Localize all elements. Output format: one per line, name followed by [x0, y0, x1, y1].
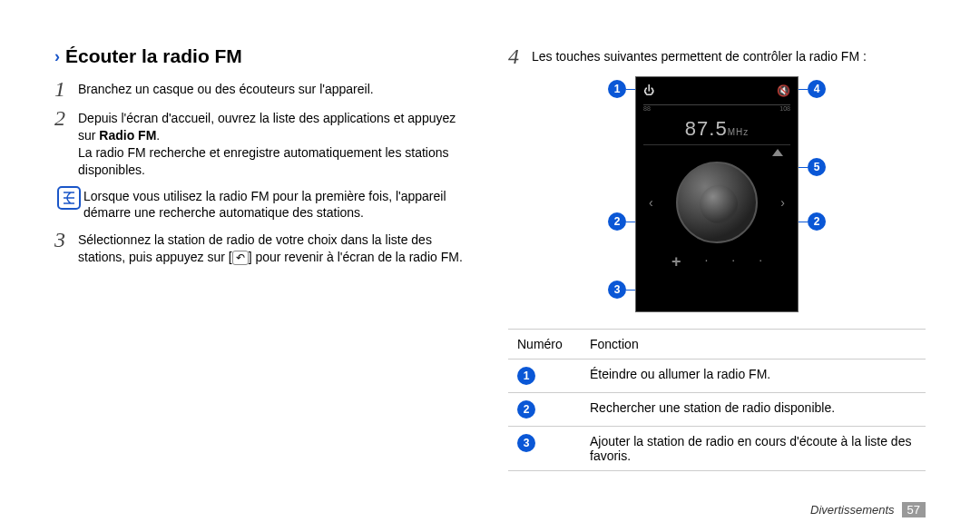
callout-2-right: 2 [808, 212, 826, 231]
note-text: Lorsque vous utilisez la radio FM pour l… [83, 186, 472, 222]
step-number: 4 [508, 45, 532, 67]
left-column: › Écouter la radio FM 1 Branchez un casq… [54, 45, 472, 471]
radio-topbar: ⏻ 🔇 [636, 77, 798, 104]
callout-5: 5 [808, 158, 826, 176]
step-number: 1 [54, 78, 78, 100]
add-favorite-icon[interactable]: + [671, 252, 681, 271]
page-footer: Divertissements 57 [810, 502, 926, 517]
callout-3: 3 [608, 281, 626, 299]
section-heading: › Écouter la radio FM [54, 45, 472, 67]
callout-4: 4 [808, 80, 826, 98]
step-text: Depuis l'écran d'accueil, ouvrez la list… [78, 107, 472, 179]
frequency-display: 87.5MHz [636, 117, 798, 141]
footer-section: Divertissements [810, 503, 894, 517]
dial-row: ‹ › [636, 158, 798, 247]
favorites-row: + · · · [636, 247, 798, 275]
step-text: Sélectionnez la station de radio de votr… [78, 229, 472, 266]
function-desc: Rechercher une station de radio disponib… [581, 393, 926, 427]
power-icon[interactable]: ⏻ [643, 84, 654, 97]
preset-slot[interactable]: · [759, 252, 762, 271]
callout-2-left: 2 [608, 212, 626, 231]
note: Lorsque vous utilisez la radio FM pour l… [54, 186, 472, 222]
chevron-right-icon: › [54, 47, 60, 66]
divider [643, 144, 790, 145]
step-2: 2 Depuis l'écran d'accueil, ouvrez la li… [54, 107, 472, 179]
note-icon-wrap [54, 186, 83, 222]
function-desc: Ajouter la station de radio en cours d'é… [581, 427, 926, 471]
device-callout-wrap: 1 2 3 4 5 2 ⏻ 🔇 88 108 [585, 76, 848, 312]
triangle-up-icon [772, 149, 783, 156]
page-number: 57 [902, 502, 926, 517]
tuning-pointer [636, 147, 798, 158]
function-table: Numéro Fonction 1 Éteindre ou allumer la… [508, 329, 926, 471]
seek-prev-icon[interactable]: ‹ [649, 195, 653, 210]
step-number: 3 [54, 229, 78, 266]
seek-next-icon[interactable]: › [780, 195, 785, 210]
step-4: 4 Les touches suivantes permettent de co… [508, 45, 926, 67]
preset-slot[interactable]: · [704, 252, 708, 271]
num-badge: 2 [517, 400, 535, 419]
function-desc: Éteindre ou allumer la radio FM. [581, 360, 926, 393]
header-fonction: Fonction [581, 330, 926, 360]
step-number: 2 [54, 107, 78, 179]
tuning-dial[interactable] [676, 162, 758, 243]
step-text: Branchez un casque ou des écouteurs sur … [78, 78, 374, 100]
frequency-scale: 88 108 [643, 104, 790, 115]
note-icon [57, 186, 81, 210]
mute-icon[interactable]: 🔇 [777, 84, 790, 97]
heading-text: Écouter la radio FM [65, 45, 242, 67]
table-row: 1 Éteindre ou allumer la radio FM. [508, 360, 926, 393]
header-numero: Numéro [508, 330, 581, 360]
table-row: 3 Ajouter la station de radio en cours d… [508, 427, 926, 471]
step-text: Les touches suivantes permettent de cont… [532, 45, 867, 67]
table-header-row: Numéro Fonction [508, 330, 926, 360]
right-column: 4 Les touches suivantes permettent de co… [508, 45, 926, 471]
fm-radio-screen: ⏻ 🔇 88 108 87.5MHz ‹ › [635, 76, 799, 312]
num-badge: 3 [517, 434, 535, 452]
table-row: 2 Rechercher une station de radio dispon… [508, 393, 926, 427]
callout-1: 1 [608, 80, 626, 98]
preset-slot[interactable]: · [731, 252, 735, 271]
num-badge: 1 [517, 367, 535, 385]
step-1: 1 Branchez un casque ou des écouteurs su… [54, 78, 472, 100]
step-3: 3 Sélectionnez la station de radio de vo… [54, 229, 472, 266]
back-key-icon: ↶ [232, 251, 249, 265]
